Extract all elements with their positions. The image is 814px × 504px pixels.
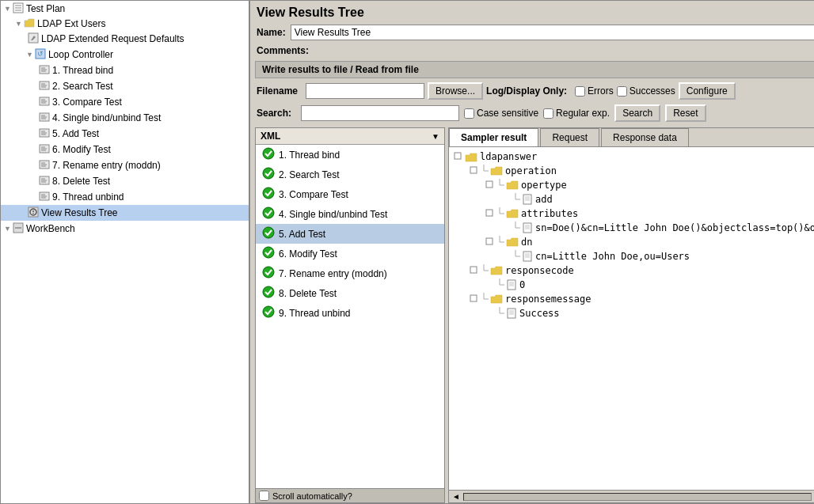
xml-item[interactable]: 4. Single bind/unbind Test — [256, 204, 444, 224]
expand-icon[interactable] — [485, 180, 493, 190]
tree-label-rename-entry: 7. Rename entry (moddn) — [52, 160, 161, 171]
tree-item-single-bind[interactable]: 4. Single bind/unbind Test — [1, 110, 249, 126]
xml-item[interactable]: 9. Thread unbind — [256, 303, 444, 323]
successes-checkbox-label[interactable]: Successes — [617, 85, 675, 97]
xml-item-label: 3. Compare Test — [279, 189, 348, 200]
svg-point-56 — [263, 286, 274, 297]
tree-data-label: responsemessage — [505, 294, 591, 305]
tree-container: ▼Test Plan▼LDAP Ext UsersLDAP Extended R… — [1, 1, 249, 237]
browse-button[interactable]: Browse... — [428, 82, 483, 100]
tree-item-loop-controller[interactable]: ▼↺Loop Controller — [1, 47, 249, 63]
tree-data: ldapansweroperationopertypeaddattributes… — [449, 147, 814, 490]
tree-icon-search-test — [39, 80, 50, 93]
successes-label: Successes — [630, 85, 675, 97]
svg-rect-85 — [523, 252, 531, 261]
tree-icon-modify-test — [39, 143, 50, 156]
horizontal-scrollbar[interactable] — [463, 493, 812, 501]
tree-icon-thread-bind — [39, 64, 50, 77]
svg-rect-103 — [508, 309, 515, 318]
tree-item-workbench[interactable]: ▼WorkBench — [1, 221, 249, 237]
case-sensitive-label[interactable]: Case sensitive — [464, 108, 538, 119]
xml-check-icon — [262, 226, 275, 241]
tree-item-search-test[interactable]: 2. Search Test — [1, 78, 249, 94]
tree-data-item: responsemessage — [452, 292, 814, 306]
xml-panel: XML ▼ 1. Thread bind2. Search Test3. Com… — [255, 127, 445, 503]
reset-button[interactable]: Reset — [665, 104, 706, 122]
tree-data-label: sn=Doe()&cn=Little John Doe()&objectclas… — [535, 222, 814, 233]
xml-item[interactable]: 3. Compare Test — [256, 184, 444, 204]
tab-sampler-result[interactable]: Sampler result — [449, 128, 538, 146]
expand-icon[interactable] — [470, 294, 477, 304]
scroll-left-arrow[interactable]: ◄ — [449, 492, 463, 501]
expand-icon[interactable] — [454, 152, 462, 161]
xml-item[interactable]: 2. Search Test — [256, 165, 444, 184]
case-sensitive-text: Case sensitive — [477, 108, 538, 119]
tree-item-compare-test[interactable]: 3. Compare Test — [1, 94, 249, 110]
tree-item-thread-unbind[interactable]: 9. Thread unbind — [1, 189, 249, 205]
regular-exp-text: Regular exp. — [556, 108, 610, 119]
tree-icon-compare-test — [39, 96, 50, 108]
expand-icon[interactable] — [470, 266, 477, 275]
configure-button[interactable]: Configure — [679, 82, 736, 100]
errors-checkbox-label[interactable]: Errors — [575, 85, 614, 97]
xml-check-icon — [262, 286, 275, 301]
tree-data-item: sn=Doe()&cn=Little John Doe()&objectclas… — [452, 221, 814, 235]
tree-item-add-test[interactable]: 5. Add Test — [1, 126, 249, 142]
tree-item-ldap-extended-request[interactable]: LDAP Extended Request Defaults — [1, 31, 249, 47]
xml-item[interactable]: 8. Delete Test — [256, 283, 444, 303]
tree-icon-add-test — [39, 127, 50, 140]
name-row: Name: — [250, 23, 814, 42]
tree-label-view-results-tree: View Results Tree — [41, 207, 118, 218]
tree-item-ldap-ext-users[interactable]: ▼LDAP Ext Users — [1, 17, 249, 31]
xml-item[interactable]: 7. Rename entry (moddn) — [256, 263, 444, 283]
errors-checkbox[interactable] — [575, 86, 585, 97]
tabs-header: Sampler resultRequestResponse data — [449, 128, 814, 147]
svg-point-49 — [263, 148, 274, 159]
xml-check-icon — [262, 167, 275, 182]
tab-request[interactable]: Request — [540, 128, 599, 146]
expand-icon[interactable] — [485, 209, 493, 218]
regular-exp-label[interactable]: Regular exp. — [543, 108, 610, 119]
svg-point-57 — [263, 306, 274, 317]
tree-data-label: cn=Little John Doe,ou=Users — [535, 251, 690, 262]
tree-item-thread-bind[interactable]: 1. Thread bind — [1, 63, 249, 78]
svg-rect-98 — [470, 295, 477, 301]
filename-input[interactable] — [306, 83, 424, 99]
tree-data-item: add — [452, 192, 814, 207]
search-input[interactable] — [301, 105, 459, 121]
tree-icon-thread-unbind — [39, 191, 50, 203]
xml-check-icon — [262, 305, 275, 320]
log-display-label: Log/Display Only: — [486, 85, 567, 97]
xml-dropdown-arrow[interactable]: ▼ — [432, 132, 439, 141]
spacer — [485, 309, 493, 317]
tree-item-test-plan[interactable]: ▼Test Plan — [1, 1, 249, 17]
successes-checkbox[interactable] — [617, 86, 627, 97]
comments-label: Comments: — [257, 45, 309, 56]
tab-response-data[interactable]: Response data — [601, 128, 689, 146]
case-sensitive-checkbox[interactable] — [464, 108, 474, 119]
xml-header: XML ▼ — [256, 128, 444, 145]
tree-item-view-results-tree[interactable]: View Results Tree — [1, 205, 249, 221]
xml-item[interactable]: 6. Modify Test — [256, 244, 444, 263]
name-input[interactable] — [291, 25, 814, 40]
expand-icon[interactable] — [470, 166, 477, 176]
tree-item-delete-test[interactable]: 8. Delete Test — [1, 173, 249, 189]
regular-exp-checkbox[interactable] — [543, 108, 553, 119]
file-row: Filename Browse... Log/Display Only: Err… — [250, 80, 814, 102]
xml-check-icon — [262, 266, 275, 281]
xml-item[interactable]: 1. Thread bind — [256, 145, 444, 165]
tree-icon-ldap-ext-users — [24, 18, 35, 29]
tree-item-rename-entry[interactable]: 7. Rename entry (moddn) — [1, 157, 249, 173]
panel-title: View Results Tree — [250, 1, 814, 23]
xml-check-icon — [262, 207, 275, 222]
tree-label-thread-unbind: 9. Thread unbind — [52, 191, 124, 203]
expand-icon[interactable] — [485, 237, 493, 247]
xml-item-label: 6. Modify Test — [279, 248, 337, 260]
tree-icon-single-bind — [39, 112, 50, 124]
scroll-auto-checkbox[interactable] — [259, 491, 269, 501]
search-button[interactable]: Search — [614, 104, 660, 122]
svg-rect-59 — [470, 167, 477, 173]
scroll-auto-bar: Scroll automatically? — [256, 488, 444, 502]
tree-item-modify-test[interactable]: 6. Modify Test — [1, 142, 249, 157]
xml-item[interactable]: 5. Add Test — [256, 224, 444, 244]
